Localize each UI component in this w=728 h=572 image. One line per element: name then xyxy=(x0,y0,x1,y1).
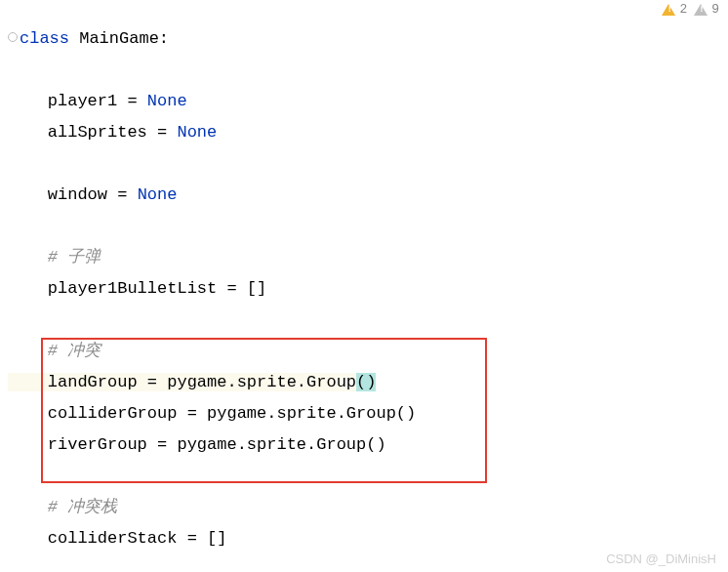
code-text: colliderGroup = pygame.sprite.Group() xyxy=(8,404,416,423)
class-gutter-icon[interactable] xyxy=(8,32,18,42)
comment: # 子弹 xyxy=(8,248,101,266)
code-line: player1BulletList = [] xyxy=(8,273,728,305)
blank-line xyxy=(8,461,728,492)
code-text: player1 = xyxy=(8,92,147,110)
code-line: # 子弹 xyxy=(8,242,728,273)
warning-count: 2 xyxy=(679,2,687,17)
code-text: landGroup = pygame.sprite.Group xyxy=(8,373,356,391)
code-line: player1 = None xyxy=(8,86,728,117)
blank-line xyxy=(8,211,728,242)
code-text: riverGroup = pygame.sprite.Group() xyxy=(8,435,386,454)
keyword-class: class xyxy=(20,29,69,48)
code-line: colliderStack = [] xyxy=(8,523,728,554)
code-text: player1BulletList = [] xyxy=(8,279,266,298)
none-keyword: None xyxy=(177,123,217,142)
code-line: window = None xyxy=(8,180,728,211)
class-name: MainGame: xyxy=(69,29,169,48)
blank-line xyxy=(8,148,728,180)
none-keyword: None xyxy=(138,185,178,204)
code-text: allSprites = xyxy=(8,123,177,142)
blank-line xyxy=(8,305,728,336)
comment: # 冲突 xyxy=(8,342,101,360)
warning-icon: ! xyxy=(662,4,675,16)
code-line: allSprites = None xyxy=(8,117,728,148)
code-line: landGroup = pygame.sprite.Group() xyxy=(8,367,728,398)
code-line: class MainGame: xyxy=(8,23,728,55)
none-keyword: None xyxy=(147,92,187,110)
weak-warning-count: 9 xyxy=(711,2,719,17)
blank-line xyxy=(8,55,728,86)
code-editor[interactable]: class MainGame: player1 = None allSprite… xyxy=(0,0,728,554)
code-text: window = xyxy=(8,185,138,204)
watermark: CSDN @_DiMinisH xyxy=(606,552,716,566)
comment: # 冲突栈 xyxy=(8,498,117,516)
code-line: # 冲突栈 xyxy=(8,492,728,523)
cursor-selection: () xyxy=(356,373,376,391)
code-line: riverGroup = pygame.sprite.Group() xyxy=(8,429,728,461)
code-line: # 冲突 xyxy=(8,336,728,367)
code-line: colliderGroup = pygame.sprite.Group() xyxy=(8,398,728,429)
inspection-warnings[interactable]: ! 2 ! 9 xyxy=(662,2,722,17)
code-text: colliderStack = [] xyxy=(8,529,226,548)
weak-warning-icon: ! xyxy=(694,4,708,16)
